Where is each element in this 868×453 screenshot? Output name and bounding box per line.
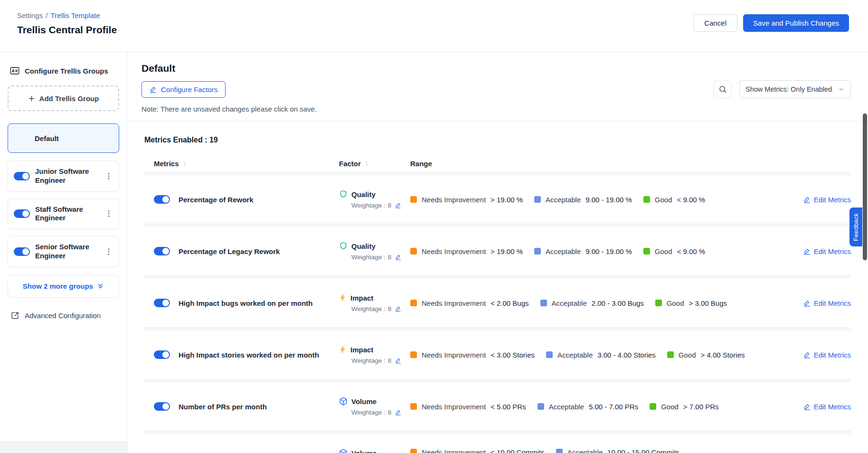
range-item: Needs Improvement > 19.00 % — [410, 196, 523, 204]
factor-name: Quality — [351, 242, 376, 250]
impact-bolt-icon — [339, 345, 347, 354]
weightage-value: 8 — [388, 305, 392, 312]
metric-name: Number of PRs per month — [179, 403, 267, 411]
range-item: Needs Improvement > 19.00 % — [410, 247, 523, 255]
default-group-label: Default — [35, 134, 59, 142]
edit-metrics-link[interactable]: Edit Metrics — [803, 247, 851, 255]
kebab-menu-icon[interactable] — [104, 172, 113, 180]
breadcrumb-settings[interactable]: Settings — [17, 11, 43, 19]
configure-factors-label: Configure Factors — [161, 85, 217, 94]
metric-enable-toggle[interactable] — [154, 402, 170, 411]
edit-weightage-icon[interactable] — [395, 202, 401, 208]
show-more-groups-button[interactable]: Show 2 more groups — [8, 275, 119, 298]
col-header-factor[interactable]: Factor — [339, 160, 370, 168]
range-item: Needs Improvement < 10.00 Commits — [410, 448, 545, 453]
range-item: Acceptable 2.00 - 3.00 Bugs — [540, 299, 644, 307]
range-level: Acceptable — [546, 247, 581, 255]
range-color-square — [540, 300, 547, 306]
save-publish-button[interactable]: Save and Publish Changes — [743, 14, 849, 32]
cancel-button[interactable]: Cancel — [693, 14, 737, 32]
edit-metrics-link[interactable]: Edit Metrics — [803, 403, 851, 411]
metrics-table-section: Metrics Enabled : 19 Metrics Factor — [127, 122, 868, 453]
range-value: < 9.00 % — [677, 247, 706, 255]
metric-enable-toggle[interactable] — [154, 195, 170, 204]
weightage-label: Weightage : — [351, 254, 386, 261]
metrics-enabled-count: Metrics Enabled : 19 — [144, 136, 851, 144]
range-color-square — [410, 403, 417, 410]
metric-name: Percentage of Legacy Rework — [179, 247, 280, 255]
range-cell: Needs Improvement < 5.00 PRs Acceptable … — [410, 403, 784, 411]
range-item: Good > 4.00 Stories — [667, 351, 745, 359]
metric-enable-toggle[interactable] — [154, 350, 170, 359]
weightage-value: 8 — [388, 409, 392, 416]
search-button[interactable] — [714, 80, 732, 98]
add-trellis-group-button[interactable]: Add Trellis Group — [8, 85, 119, 111]
range-color-square — [410, 196, 417, 203]
double-chevron-down-icon — [97, 283, 104, 290]
edit-pencil-icon — [803, 248, 811, 255]
edit-weightage-icon[interactable] — [395, 306, 401, 312]
metric-row: High Impact stories worked on per month … — [144, 330, 851, 379]
range-value: > 19.00 % — [491, 247, 523, 255]
range-cell: Needs Improvement < 2.00 Bugs Acceptable… — [410, 299, 784, 307]
breadcrumb-trellis-template[interactable]: Trellis Template — [50, 11, 100, 19]
metric-enable-toggle[interactable] — [154, 299, 170, 307]
trellis-groups-badge-icon — [9, 66, 20, 76]
weightage-value: 8 — [388, 357, 392, 364]
impact-bolt-icon — [339, 293, 347, 302]
range-color-square — [410, 449, 417, 453]
metric-row: Number of Commits per month Volume Weigh… — [144, 434, 851, 453]
edit-weightage-icon[interactable] — [395, 254, 401, 260]
kebab-menu-icon[interactable] — [104, 209, 113, 218]
range-level: Good — [661, 403, 679, 411]
edit-metrics-label: Edit Metrics — [814, 351, 851, 359]
unsaved-changes-note: Note: There are unsaved changes please c… — [142, 105, 851, 113]
controls-right: Show Metrics: Only Enabled — [714, 80, 851, 98]
plus-icon — [28, 95, 35, 102]
col-header-metrics[interactable]: Metrics — [154, 160, 188, 168]
advanced-configuration-label: Advanced Configuration — [25, 311, 101, 320]
scrollbar-thumb[interactable] — [863, 113, 867, 260]
feedback-tab[interactable]: Feedback — [849, 208, 862, 246]
configure-factors-button[interactable]: Configure Factors — [142, 81, 226, 98]
advanced-configuration[interactable]: Advanced Configuration — [8, 311, 119, 320]
factor-name: Impact — [350, 294, 373, 302]
group-enable-toggle[interactable] — [14, 209, 30, 218]
group-card-default[interactable]: Default — [8, 123, 119, 153]
edit-metrics-link[interactable]: Edit Metrics — [803, 196, 851, 204]
range-level: Good — [655, 196, 672, 204]
group-card[interactable]: Junior Software Engineer — [8, 160, 119, 192]
quality-shield-icon — [339, 242, 348, 250]
range-level: Needs Improvement — [422, 403, 486, 411]
range-color-square — [643, 248, 650, 255]
show-more-label: Show 2 more groups — [23, 282, 93, 290]
group-enable-toggle[interactable] — [14, 247, 30, 256]
metric-name: High Impact bugs worked on per month — [179, 299, 313, 307]
volume-cube-icon — [339, 397, 348, 406]
metric-row: Percentage of Legacy Rework Quality Weig… — [144, 227, 851, 275]
kebab-menu-icon[interactable] — [104, 247, 113, 256]
range-value: 3.00 - 4.00 Stories — [597, 351, 656, 359]
range-color-square — [538, 403, 544, 410]
add-trellis-group-label: Add Trellis Group — [39, 94, 99, 103]
range-item: Needs Improvement < 5.00 PRs — [410, 403, 526, 411]
range-level: Good — [679, 351, 696, 359]
group-title: Default — [142, 63, 851, 74]
range-item: Good > 3.00 Bugs — [655, 299, 727, 307]
group-card[interactable]: Staff Software Engineer — [8, 198, 119, 230]
quality-shield-icon — [339, 190, 348, 198]
group-card[interactable]: Senior Software Engineer — [8, 236, 119, 267]
range-color-square — [556, 449, 563, 453]
show-metrics-dropdown[interactable]: Show Metrics: Only Enabled — [739, 80, 851, 98]
group-enable-toggle[interactable] — [14, 172, 30, 180]
range-level: Acceptable — [546, 196, 581, 204]
edit-metrics-link[interactable]: Edit Metrics — [803, 299, 851, 307]
range-level: Acceptable — [567, 448, 603, 453]
edit-weightage-icon[interactable] — [395, 409, 401, 415]
edit-weightage-icon[interactable] — [395, 358, 401, 364]
range-color-square — [410, 351, 417, 358]
range-level: Good — [667, 299, 684, 307]
metric-enable-toggle[interactable] — [154, 247, 170, 255]
edit-metrics-link[interactable]: Edit Metrics — [803, 351, 851, 359]
range-color-square — [410, 248, 417, 255]
